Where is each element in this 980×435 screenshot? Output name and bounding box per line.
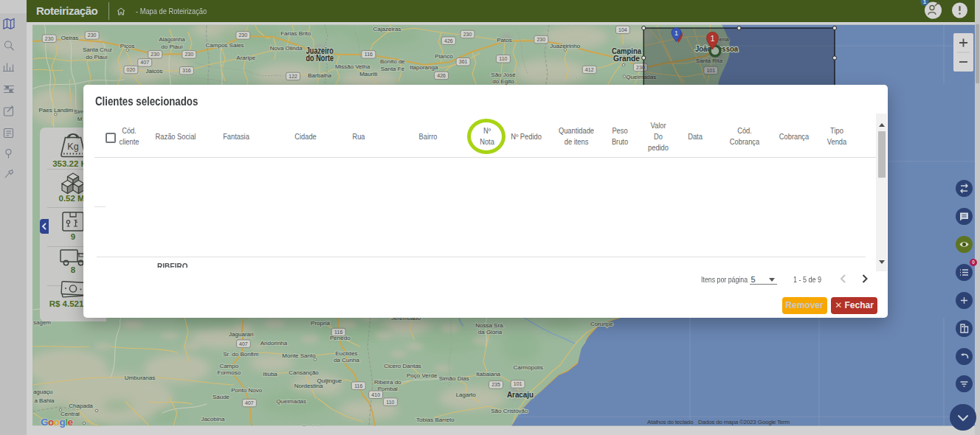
svg-text:Ribeira do: Ribeira do [374,379,401,386]
svg-text:Term: Term [777,419,790,425]
svg-text:a Bahia: a Bahia [34,397,55,404]
svg-text:020: 020 [127,67,136,72]
svg-text:Sr. do Bonfim: Sr. do Bonfim [223,351,258,358]
svg-text:Santa Fé: Santa Fé [381,66,405,72]
svg-text:Cansanção: Cansanção [289,369,319,376]
svg-text:Barbalha: Barbalha [308,72,332,79]
svg-text:Patos: Patos [497,37,511,44]
svg-text:116: 116 [354,383,362,389]
svg-text:Farias Brito: Farias Brito [280,30,311,37]
svg-text:122: 122 [289,74,297,79]
svg-text:do Egito: do Egito [492,78,514,85]
svg-text:Propriá: Propriá [311,320,330,327]
svg-text:Missão Velha: Missão Velha [335,63,370,70]
svg-text:Bonito de: Bonito de [380,58,405,65]
svg-text:Cajazeiras: Cajazeiras [373,26,401,32]
svg-text:1: 1 [923,0,927,5]
svg-text:Dados do mapa ©2023 Google: Dados do mapa ©2023 Google [698,419,776,425]
svg-text:Queimadas: Queimadas [276,398,306,405]
svg-text:Cicero Dantas: Cicero Dantas [384,363,421,369]
svg-text:São José: São José [491,72,516,78]
svg-text:da Glória: da Glória [478,329,503,335]
svg-text:230: 230 [45,36,54,41]
svg-text:361: 361 [459,59,468,64]
svg-text:Campo: Campo [219,363,238,369]
svg-text:110: 110 [499,56,507,61]
svg-text:Jacobina: Jacobina [201,416,225,422]
svg-text:426: 426 [437,73,446,78]
svg-text:Picos: Picos [120,43,135,49]
svg-text:Tobias Barreto: Tobias Barreto [416,417,455,423]
svg-text:do Norte: do Norte [306,53,334,63]
svg-text:Itiúba: Itiúba [263,371,277,377]
svg-text:230: 230 [238,32,247,38]
svg-text:407: 407 [140,60,149,65]
svg-text:Carmópolis: Carmópolis [513,364,542,371]
svg-text:116: 116 [334,330,342,335]
svg-text:Alagoinha: Alagoinha [159,36,185,43]
svg-text:235: 235 [491,382,500,387]
svg-text:116: 116 [365,52,373,57]
svg-text:Lagarto: Lagarto [456,392,477,398]
svg-text:do Piauí: do Piauí [161,44,183,50]
svg-text:230: 230 [536,37,545,42]
svg-text:São Cristóvão: São Cristóvão [491,408,528,414]
svg-text:Coruripe: Coruripe [590,321,613,327]
svg-text:Araripe: Araripe [236,55,255,61]
svg-text:Chapada: Chapada [69,403,93,409]
svg-text:Piancó: Piancó [435,53,453,60]
svg-text:9: 9 [71,232,75,241]
svg-text:Itaporanga: Itaporanga [410,64,438,71]
svg-text:104: 104 [618,27,627,32]
svg-text:da Cunha: da Cunha [334,357,359,363]
svg-text:1: 1 [710,34,714,43]
svg-text:Nova Olinda: Nova Olinda [270,45,303,52]
svg-text:426: 426 [444,38,453,44]
svg-text:Kg: Kg [67,142,78,152]
svg-text:M: M [77,116,83,122]
svg-text:8: 8 [71,265,76,274]
svg-text:Umburanas: Umburanas [125,375,155,381]
svg-text:230: 230 [88,32,97,38]
svg-text:Santa Cruz: Santa Cruz [83,46,112,53]
svg-text:Atalhos do teclado: Atalhos do teclado [647,419,694,425]
svg-text:230: 230 [184,52,193,57]
svg-text:230: 230 [151,52,159,57]
svg-text:101: 101 [514,381,522,386]
svg-text:316: 316 [182,68,191,73]
svg-text:Jaicós: Jaicós [146,68,163,74]
svg-text:Saúde: Saúde [213,394,230,400]
svg-text:Formoso: Formoso [218,369,241,376]
svg-text:1: 1 [674,29,678,37]
svg-text:Poço Verde: Poço Verde [407,372,438,379]
svg-text:Aracaju: Aracaju [507,390,534,399]
svg-text:Mauriti: Mauriti [359,71,377,77]
svg-text:Ponto Novo: Ponto Novo [231,387,262,394]
svg-text:aguaçu: aguaçu [33,389,52,395]
svg-text:Monte Santo: Monte Santo [282,352,316,359]
svg-text:Nossa Sra.: Nossa Sra. [475,322,505,329]
svg-text:Simão Dias: Simão Dias [439,375,469,382]
svg-text:Jaguarari: Jaguarari [229,331,254,338]
svg-text:Santaluz: Santaluz [302,424,325,431]
svg-text:412: 412 [585,67,594,72]
svg-text:Andorinha: Andorinha [260,340,288,347]
svg-text:Grande: Grande [613,54,640,63]
svg-text:110: 110 [386,400,394,405]
svg-text:Oeiras: Oeiras [61,35,79,41]
svg-text:Euclides: Euclides [335,350,357,357]
svg-text:407: 407 [245,400,254,406]
svg-text:410: 410 [371,392,380,397]
svg-text:Nordestina: Nordestina [294,383,323,389]
svg-text:Campos Sales: Campos Sales [206,42,244,49]
svg-text:407: 407 [239,341,248,347]
svg-text:Itabaiana: Itabaiana [476,371,500,377]
svg-text:Paes Landim: Paes Landim [38,107,73,114]
svg-text:230: 230 [463,32,472,37]
svg-text:do Piauí: do Piauí [86,54,108,60]
